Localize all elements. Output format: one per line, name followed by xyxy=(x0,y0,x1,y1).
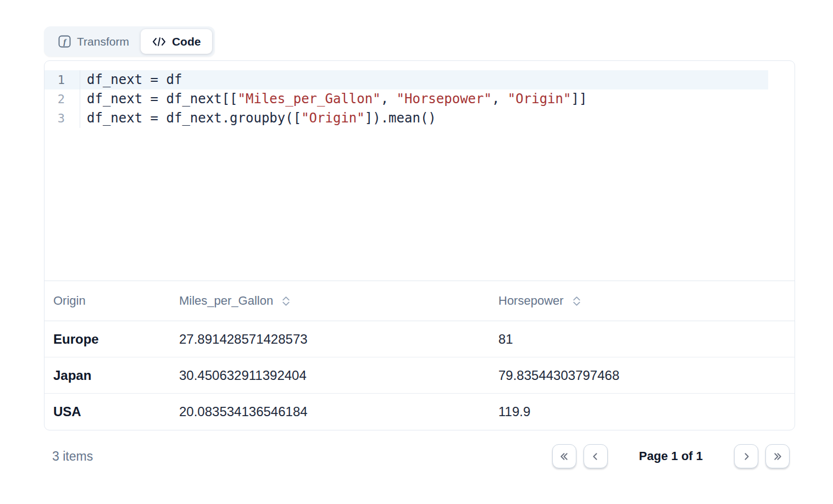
code-line-text: df_next = df_next.groupby(["Origin"]).me… xyxy=(80,109,436,128)
previous-page-icon xyxy=(590,451,601,462)
code-editor[interactable]: 1df_next = df2df_next = df_next[["Miles_… xyxy=(45,61,795,281)
transform-panel: 1df_next = df2df_next = df_next[["Miles_… xyxy=(44,60,795,430)
tab-transform[interactable]: f Transform xyxy=(47,29,141,54)
sort-icon[interactable] xyxy=(281,296,291,306)
column-header-hp-label: Horsepower xyxy=(498,294,564,308)
cell-horsepower: 119.9 xyxy=(498,404,795,419)
code-line[interactable]: 1df_next = df xyxy=(45,70,768,89)
code-line-text: df_next = df_next[["Miles_per_Gallon", "… xyxy=(80,89,587,109)
cell-miles-per-gallon: 27.891428571428573 xyxy=(179,332,498,347)
cell-origin: Europe xyxy=(53,332,179,347)
page-indicator: Page 1 of 1 xyxy=(639,449,703,463)
code-line[interactable]: 3df_next = df_next.groupby(["Origin"]).m… xyxy=(45,109,768,128)
code-icon xyxy=(152,36,166,47)
code-line[interactable]: 2df_next = df_next[["Miles_per_Gallon", … xyxy=(45,89,768,109)
table-header-row: Origin Miles_per_Gallon Horsepower xyxy=(45,281,795,321)
line-number: 3 xyxy=(45,109,80,128)
table-footer: 3 items xyxy=(44,430,795,474)
sort-icon[interactable] xyxy=(572,296,581,306)
cell-horsepower: 81 xyxy=(498,332,795,347)
column-header-origin: Origin xyxy=(53,294,179,308)
column-header-origin-label: Origin xyxy=(53,294,86,308)
next-page-button[interactable] xyxy=(734,444,758,468)
line-number: 2 xyxy=(45,89,80,109)
cell-horsepower: 79.83544303797468 xyxy=(498,368,795,383)
table-row: Japan 30.450632911392404 79.835443037974… xyxy=(45,357,795,394)
last-page-button[interactable] xyxy=(765,444,790,468)
tab-transform-label: Transform xyxy=(77,35,129,48)
column-header-miles-per-gallon[interactable]: Miles_per_Gallon xyxy=(179,294,498,308)
line-number: 1 xyxy=(45,70,80,89)
first-page-icon xyxy=(558,451,570,462)
tab-code[interactable]: Code xyxy=(141,29,213,54)
tab-code-label: Code xyxy=(172,35,201,48)
last-page-icon xyxy=(772,451,784,462)
code-line-text: df_next = df xyxy=(80,70,182,89)
pagination: Page 1 of 1 xyxy=(552,444,790,468)
cell-miles-per-gallon: 30.450632911392404 xyxy=(179,368,498,383)
svg-text:f: f xyxy=(63,37,67,46)
column-header-mpg-label: Miles_per_Gallon xyxy=(179,294,273,308)
table-row: Europe 27.891428571428573 81 xyxy=(45,321,795,357)
first-page-button[interactable] xyxy=(552,444,576,468)
previous-page-button[interactable] xyxy=(584,444,608,468)
app-root: f Transform Code 1df_next = df2df_next =… xyxy=(0,0,833,474)
view-mode-tabbar: f Transform Code xyxy=(44,26,215,57)
items-count: 3 items xyxy=(52,449,93,464)
table-row: USA 20.083534136546184 119.9 xyxy=(45,394,795,430)
cell-origin: USA xyxy=(53,404,179,419)
column-header-horsepower[interactable]: Horsepower xyxy=(498,294,795,308)
function-icon: f xyxy=(58,35,71,48)
next-page-icon xyxy=(741,451,752,462)
cell-origin: Japan xyxy=(53,368,179,383)
cell-miles-per-gallon: 20.083534136546184 xyxy=(179,404,498,419)
